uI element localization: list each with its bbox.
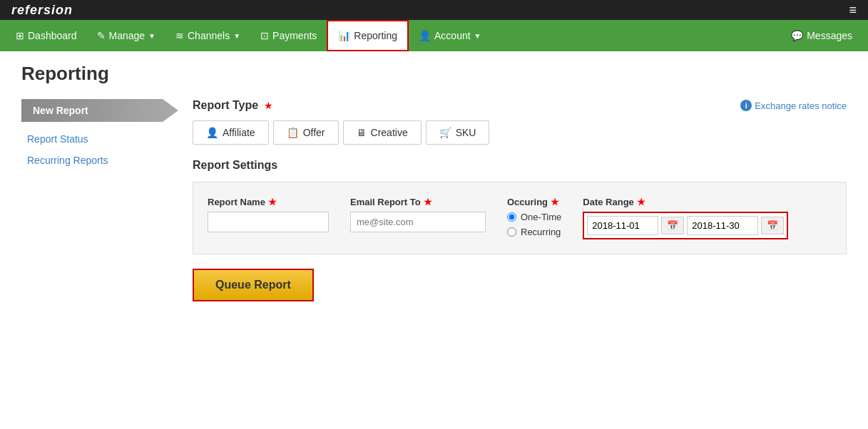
account-icon: 👤 <box>419 30 431 41</box>
tab-offer[interactable]: 📋 Offer <box>273 120 339 145</box>
payments-icon: ⊡ <box>260 30 269 41</box>
report-settings-title: Report Settings <box>193 159 847 172</box>
nav-manage[interactable]: ✎ Manage ▼ <box>87 20 166 51</box>
exchange-notice[interactable]: i Exchange rates notice <box>740 100 847 111</box>
offer-icon: 📋 <box>287 127 299 138</box>
nav-channels-label: Channels <box>188 30 230 41</box>
report-type-required-star: ★ <box>264 100 273 111</box>
date-range-group: Date Range ★ 📅 📅 <box>583 197 788 239</box>
email-report-input[interactable] <box>350 212 486 232</box>
recurring-label: Recurring <box>521 227 561 237</box>
tab-sku[interactable]: 🛒 SKU <box>426 120 490 145</box>
report-type-title: Report Type <box>193 99 258 111</box>
nav-payments[interactable]: ⊡ Payments <box>250 20 327 51</box>
queue-btn-wrapper: Queue Report <box>193 269 847 301</box>
affiliate-icon: 👤 <box>206 127 218 138</box>
nav-messages[interactable]: 💬 Messages <box>781 20 862 51</box>
page-title: Reporting <box>21 51 847 99</box>
report-name-group: Report Name ★ <box>208 197 329 232</box>
one-time-label: One-Time <box>521 212 561 222</box>
queue-report-button[interactable]: Queue Report <box>193 269 314 301</box>
tab-affiliate[interactable]: 👤 Affiliate <box>193 120 269 145</box>
hamburger-menu-icon[interactable]: ≡ <box>849 3 857 18</box>
nav-account-label: Account <box>434 30 471 41</box>
manage-caret-icon: ▼ <box>148 32 155 40</box>
report-type-tabs: 👤 Affiliate 📋 Offer 🖥 Creative 🛒 SKU <box>193 120 847 145</box>
tab-creative-label: Creative <box>371 127 408 138</box>
main-layout: New Report Report Status Recurring Repor… <box>21 99 847 301</box>
option-recurring[interactable]: Recurring <box>507 227 561 237</box>
sidebar-report-status[interactable]: Report Status <box>21 130 178 148</box>
top-bar: refersion ≡ <box>0 0 868 20</box>
logo: refersion <box>11 3 73 18</box>
nav-messages-label: Messages <box>807 30 852 41</box>
calendar-end-button[interactable]: 📅 <box>761 217 784 234</box>
account-caret-icon: ▼ <box>474 32 481 40</box>
occurring-group: Occuring ★ One-Time Recurring <box>507 197 561 237</box>
channels-caret-icon: ▼ <box>233 32 240 40</box>
settings-row: Report Name ★ Email Report To ★ <box>208 197 832 239</box>
option-one-time[interactable]: One-Time <box>507 212 561 222</box>
email-report-star: ★ <box>424 197 432 207</box>
nav-bar: ⊞ Dashboard ✎ Manage ▼ ≋ Channels ▼ ⊡ Pa… <box>0 20 868 51</box>
date-inputs-wrapper: 📅 📅 <box>583 212 788 239</box>
sidebar: New Report Report Status Recurring Repor… <box>21 99 178 301</box>
sidebar-recurring-reports[interactable]: Recurring Reports <box>21 152 178 169</box>
info-icon: i <box>740 100 752 111</box>
nav-payments-label: Payments <box>272 30 317 41</box>
radio-recurring[interactable] <box>507 227 516 237</box>
nav-dashboard[interactable]: ⊞ Dashboard <box>6 20 87 51</box>
date-end-input[interactable] <box>687 216 758 235</box>
exchange-notice-label: Exchange rates notice <box>755 100 847 111</box>
occurring-star: ★ <box>551 197 559 207</box>
report-name-star: ★ <box>268 197 277 207</box>
channels-icon: ≋ <box>175 30 184 41</box>
date-range-star: ★ <box>637 197 645 207</box>
date-start-input[interactable] <box>587 216 658 235</box>
messages-icon: 💬 <box>791 30 803 41</box>
tab-offer-label: Offer <box>303 127 325 138</box>
report-type-header: Report Type ★ i Exchange rates notice <box>193 99 847 112</box>
sku-icon: 🛒 <box>439 127 451 138</box>
report-type-title-wrapper: Report Type ★ <box>193 99 273 112</box>
page-container: Reporting New Report Report Status Recur… <box>0 51 868 429</box>
tab-creative[interactable]: 🖥 Creative <box>343 120 422 145</box>
creative-icon: 🖥 <box>357 127 367 138</box>
reporting-icon: 📊 <box>338 30 350 41</box>
content-area: Report Type ★ i Exchange rates notice 👤 … <box>178 99 847 301</box>
radio-one-time[interactable] <box>507 212 516 222</box>
nav-channels[interactable]: ≋ Channels ▼ <box>165 20 250 51</box>
nav-manage-label: Manage <box>109 30 145 41</box>
report-name-label: Report Name ★ <box>208 197 329 207</box>
dashboard-icon: ⊞ <box>16 30 24 41</box>
nav-dashboard-label: Dashboard <box>28 30 77 41</box>
occurring-options: One-Time Recurring <box>507 212 561 237</box>
tab-sku-label: SKU <box>456 127 476 138</box>
email-report-label: Email Report To ★ <box>350 197 486 207</box>
occurring-label: Occuring ★ <box>507 197 561 207</box>
email-report-group: Email Report To ★ <box>350 197 486 232</box>
nav-account[interactable]: 👤 Account ▼ <box>409 20 491 51</box>
nav-reporting[interactable]: 📊 Reporting <box>327 20 409 51</box>
sidebar-new-report[interactable]: New Report <box>21 99 178 122</box>
report-name-input[interactable] <box>208 212 329 232</box>
date-range-label: Date Range ★ <box>583 197 788 207</box>
manage-icon: ✎ <box>97 30 106 41</box>
settings-box: Report Name ★ Email Report To ★ <box>193 182 847 254</box>
nav-reporting-label: Reporting <box>354 30 397 41</box>
tab-affiliate-label: Affiliate <box>223 127 255 138</box>
calendar-start-button[interactable]: 📅 <box>661 217 684 234</box>
